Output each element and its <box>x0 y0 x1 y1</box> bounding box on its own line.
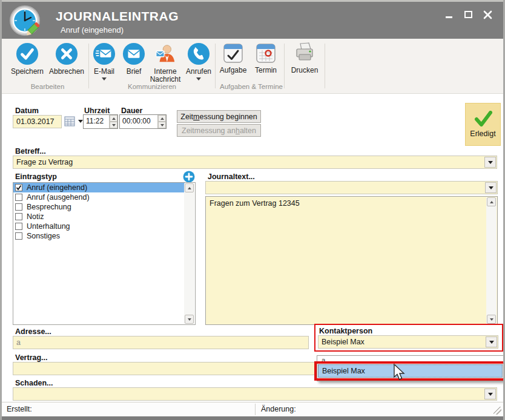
group-label-bearbeiten: Bearbeiten <box>19 83 76 90</box>
vertrag-label: Vertrag... <box>15 353 48 362</box>
task-icon <box>222 42 244 64</box>
arrow-down-icon <box>188 318 191 321</box>
clock-pencil-logo-icon <box>8 4 42 38</box>
toolbar-separator <box>215 44 216 88</box>
calendar-icon <box>255 42 277 64</box>
dropdown-item-highlighted[interactable]: Beispiel Max <box>318 364 503 378</box>
list-item[interactable]: Notiz <box>13 212 185 221</box>
journaltext-combo[interactable] <box>205 181 498 194</box>
scroll-up-button[interactable] <box>185 183 194 192</box>
dauer-label: Dauer <box>121 107 142 115</box>
adresse-label: Adresse... <box>15 327 51 336</box>
list-item[interactable]: Unterhaltung <box>13 221 185 231</box>
internal-message-button[interactable]: Interne Nachricht <box>146 42 185 84</box>
scroll-down-button[interactable] <box>185 315 194 324</box>
checkbox[interactable] <box>15 203 22 211</box>
textarea-scrollbar[interactable] <box>486 197 497 324</box>
chevron-down-icon <box>489 186 493 189</box>
combo-dropdown-button[interactable] <box>486 336 497 347</box>
kontaktperson-label: Kontaktperson <box>319 327 372 335</box>
checkbox-checked[interactable] <box>15 184 22 191</box>
uhrzeit-spinner[interactable]: 11:22 <box>83 114 118 129</box>
adresse-field[interactable]: a <box>13 336 309 349</box>
printer-icon <box>293 42 316 64</box>
phone-icon <box>187 42 210 65</box>
combo-dropdown-button[interactable] <box>484 389 496 399</box>
kontaktperson-dropdown-list[interactable]: a Beispiel Max <box>317 355 504 381</box>
check-circle-icon <box>16 42 39 65</box>
email-button[interactable]: E-Mail <box>90 42 118 80</box>
window-bottom-border <box>2 416 503 420</box>
add-entry-type-icon[interactable] <box>183 171 195 183</box>
combo-dropdown-button[interactable] <box>484 157 496 168</box>
spin-up-button[interactable] <box>110 115 117 122</box>
uhrzeit-label: Uhrzeit <box>84 107 110 115</box>
chevron-down-icon[interactable] <box>102 77 107 80</box>
dauer-spinner[interactable]: 00:00:00 <box>119 114 167 129</box>
created-label: Erstellt: <box>7 405 32 413</box>
done-button[interactable]: Erledigt <box>465 103 501 146</box>
list-item[interactable]: Sonstiges <box>13 231 185 241</box>
journaltext-label: Journaltext... <box>208 172 255 181</box>
scroll-down-button[interactable] <box>487 315 496 324</box>
journaltext-textarea[interactable]: Fragen zum Vertrag 12345 <box>205 196 498 325</box>
cancel-button[interactable]: Abbrechen <box>48 42 85 76</box>
datum-field[interactable]: 01.03.2017 <box>13 115 62 128</box>
print-button[interactable]: Drucken <box>288 42 321 74</box>
list-item[interactable]: Anruf (ausgehend) <box>13 192 185 202</box>
task-button[interactable]: Aufgabe <box>217 42 249 74</box>
title-bar: JOURNALEINTRAG Anruf (eingehend) <box>2 0 503 39</box>
close-button[interactable] <box>481 8 494 21</box>
schaden-combo[interactable] <box>13 387 497 401</box>
stop-timer-button: Zeitmessung anhalten <box>177 124 261 137</box>
save-button[interactable]: Speichern <box>9 42 45 76</box>
kontaktperson-combo[interactable]: Beispiel Max <box>318 335 498 349</box>
checkbox[interactable] <box>15 232 22 240</box>
datum-label: Datum <box>15 107 39 115</box>
green-check-icon <box>474 111 492 126</box>
maximize-button[interactable] <box>461 8 475 21</box>
minimize-icon <box>446 16 452 18</box>
spin-up-button[interactable] <box>158 115 166 122</box>
arrow-down-icon <box>160 124 164 126</box>
resize-grip[interactable] <box>493 407 501 415</box>
start-timer-button[interactable]: Zeitmessung beginnen <box>177 110 261 123</box>
call-button[interactable]: Anrufen <box>184 42 213 80</box>
person-message-icon <box>154 42 177 65</box>
chevron-down-icon[interactable] <box>196 77 201 80</box>
window-subtitle: Anruf (eingehend) <box>61 25 124 34</box>
letter-icon <box>122 42 145 65</box>
chevron-down-icon <box>488 161 493 164</box>
spin-down-button[interactable] <box>110 122 117 128</box>
ribbon-toolbar: Speichern Abbrechen E-Mail Brief Interne… <box>2 39 503 94</box>
date-picker-button[interactable] <box>64 116 83 126</box>
toolbar-separator <box>88 44 89 88</box>
letter-button[interactable]: Brief <box>122 42 146 76</box>
spin-down-button[interactable] <box>158 122 166 128</box>
entry-type-list[interactable]: Anruf (eingehend) Anruf (ausgehend) Besp… <box>13 182 196 325</box>
arrow-down-icon <box>490 318 493 321</box>
checkbox[interactable] <box>15 194 22 201</box>
checkbox[interactable] <box>15 223 22 230</box>
list-item[interactable]: Anruf (eingehend) <box>13 183 185 192</box>
list-item[interactable]: Besprechung <box>13 202 185 212</box>
email-icon <box>93 42 116 65</box>
list-scrollbar[interactable] <box>184 183 194 324</box>
arrow-up-icon <box>188 187 191 189</box>
mouse-cursor-icon <box>393 364 406 382</box>
combo-dropdown-button[interactable] <box>485 182 497 193</box>
checkbox[interactable] <box>15 213 22 220</box>
group-label-aufgaben-termine: Aufgaben & Termine <box>215 83 288 90</box>
chevron-down-icon <box>488 393 493 396</box>
arrow-up-icon <box>160 117 164 120</box>
status-divider <box>255 404 256 415</box>
check-icon <box>16 185 22 191</box>
appointment-button[interactable]: Termin <box>251 42 280 74</box>
minimize-button[interactable] <box>442 8 455 21</box>
x-circle-icon <box>55 42 78 65</box>
scroll-up-button[interactable] <box>487 197 496 206</box>
dropdown-item[interactable]: a <box>317 356 503 364</box>
eintragstyp-label: Eintragstyp <box>15 172 57 181</box>
betreff-combo[interactable]: Frage zu Vertrag <box>13 156 497 169</box>
arrow-up-icon <box>490 201 493 203</box>
